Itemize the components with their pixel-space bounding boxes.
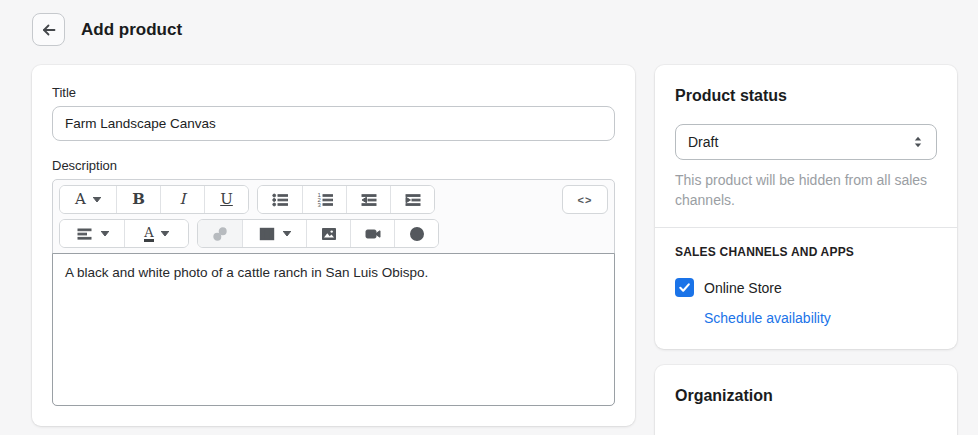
clear-formatting-button[interactable] bbox=[394, 220, 438, 247]
outdent-icon bbox=[360, 191, 378, 209]
link-icon bbox=[211, 225, 229, 243]
product-status-select[interactable]: Draft bbox=[675, 124, 937, 160]
side-column: Product status Draft This product will b… bbox=[655, 65, 957, 435]
description-label: Description bbox=[52, 158, 615, 173]
underline-button[interactable]: U bbox=[204, 186, 248, 213]
italic-icon: I bbox=[180, 192, 186, 207]
insert-group bbox=[197, 219, 439, 248]
toolbar-row-1: A B I U bbox=[59, 185, 608, 214]
text-color-dropdown-button[interactable]: A bbox=[124, 220, 188, 247]
page-title: Add product bbox=[81, 20, 182, 40]
italic-button[interactable]: I bbox=[160, 186, 204, 213]
editor-toolbar: A B I U bbox=[53, 180, 614, 253]
outdent-button[interactable] bbox=[346, 186, 390, 213]
chevron-down-icon bbox=[101, 231, 109, 236]
font-style-dropdown-button[interactable]: A bbox=[60, 186, 116, 213]
description-text: A black and white photo of a cattle ranc… bbox=[65, 265, 428, 280]
product-details-card: Title Description A B I bbox=[32, 65, 635, 426]
online-store-label: Online Store bbox=[704, 280, 782, 296]
image-icon bbox=[320, 225, 338, 243]
bold-icon: B bbox=[132, 192, 145, 207]
sales-channels-heading: SALES CHANNELS AND APPS bbox=[675, 245, 937, 259]
list-indent-group: 1 2 3 bbox=[257, 185, 435, 214]
indent-icon bbox=[404, 191, 422, 209]
underline-icon: U bbox=[220, 192, 233, 207]
text-format-group: A B I U bbox=[59, 185, 249, 214]
text-color-icon: A bbox=[144, 226, 153, 242]
product-status-card: Product status Draft This product will b… bbox=[655, 65, 957, 349]
align-left-icon bbox=[76, 225, 94, 243]
insert-video-button[interactable] bbox=[350, 220, 394, 247]
checkmark-icon bbox=[678, 281, 691, 294]
align-color-group: A bbox=[59, 219, 189, 248]
table-icon bbox=[258, 225, 276, 243]
video-camera-icon bbox=[364, 225, 382, 243]
card-divider bbox=[655, 227, 957, 228]
clear-formatting-icon bbox=[408, 225, 426, 243]
status-help-text: This product will be hidden from all sal… bbox=[675, 170, 937, 210]
insert-image-button[interactable] bbox=[306, 220, 350, 247]
alignment-dropdown-button[interactable] bbox=[60, 220, 124, 247]
online-store-checkbox[interactable] bbox=[675, 278, 694, 297]
chevron-down-icon bbox=[283, 231, 291, 236]
svg-text:3: 3 bbox=[317, 202, 321, 208]
insert-table-button[interactable] bbox=[242, 220, 306, 247]
content-area: Title Description A B I bbox=[0, 57, 978, 435]
bullet-list-button[interactable] bbox=[258, 186, 302, 213]
page-header: Add product bbox=[0, 0, 978, 57]
selected-status: Draft bbox=[688, 134, 718, 150]
insert-link-button bbox=[198, 220, 242, 247]
title-input[interactable] bbox=[52, 106, 615, 141]
show-html-button[interactable]: <> bbox=[562, 185, 608, 214]
bullet-list-icon bbox=[271, 191, 289, 209]
rich-text-editor: A B I U bbox=[52, 179, 615, 406]
chevron-down-icon bbox=[161, 231, 169, 236]
numbered-list-icon: 1 2 3 bbox=[316, 191, 334, 209]
description-textarea[interactable]: A black and white photo of a cattle ranc… bbox=[52, 253, 615, 406]
numbered-list-button[interactable]: 1 2 3 bbox=[302, 186, 346, 213]
chevron-down-icon bbox=[93, 197, 101, 202]
title-label: Title bbox=[52, 85, 615, 100]
arrow-left-icon bbox=[40, 21, 58, 39]
schedule-availability-link[interactable]: Schedule availability bbox=[704, 310, 831, 326]
organization-card: Organization bbox=[655, 365, 957, 435]
product-status-heading: Product status bbox=[675, 87, 937, 105]
organization-heading: Organization bbox=[675, 387, 937, 405]
back-button[interactable] bbox=[32, 13, 65, 46]
bold-button[interactable]: B bbox=[116, 186, 160, 213]
toolbar-row-2: A bbox=[59, 219, 608, 248]
online-store-row: Online Store bbox=[675, 278, 937, 297]
indent-button[interactable] bbox=[390, 186, 434, 213]
font-style-icon: A bbox=[75, 192, 86, 207]
select-arrows-icon bbox=[912, 135, 924, 149]
